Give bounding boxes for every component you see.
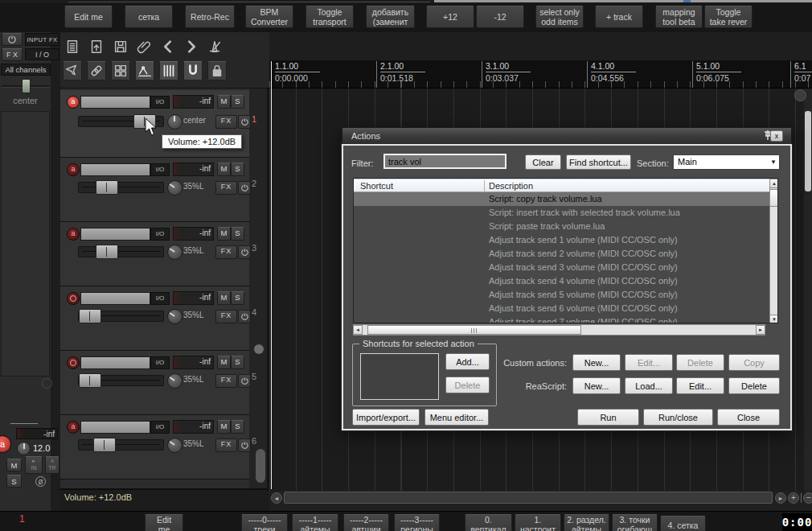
solo-button[interactable]: S (231, 420, 244, 434)
save-project-button[interactable] (111, 37, 130, 56)
record-arm-button[interactable]: a (67, 163, 80, 176)
run-close-button[interactable]: Run/close (643, 409, 713, 426)
close-button[interactable]: Close (717, 409, 780, 426)
section-dropdown[interactable]: Main ▼ (673, 154, 780, 170)
bottom-button-2-razdel[interactable]: 2. раздел. айтемы (564, 514, 609, 531)
record-arm-button[interactable] (67, 292, 80, 305)
edit-cursor[interactable] (271, 61, 272, 489)
action-row[interactable]: Script: insert track with selected track… (354, 206, 769, 220)
action-row[interactable]: Adjust track send 6 volume (MIDI CC/OSC … (354, 302, 769, 315)
bottom-button-edit-me[interactable]: Edit me (145, 514, 183, 531)
attach-button[interactable] (135, 37, 154, 56)
column-shortcut[interactable]: Shortcut (360, 181, 393, 191)
toolbar-button-retro-rec[interactable]: Retro-Rec (185, 6, 235, 28)
fx-button[interactable]: FX (215, 310, 237, 323)
pan-knob[interactable] (167, 114, 182, 130)
toolbar-button-plus12[interactable]: +12 (426, 6, 474, 28)
delete-shortcut-button[interactable]: Delete (445, 377, 490, 393)
fx-bypass-button[interactable] (238, 310, 251, 323)
track-volume-value[interactable]: -inf (173, 163, 214, 176)
action-list[interactable]: Shortcut Description Script: copy track … (353, 178, 778, 323)
toolbar-button-setka[interactable]: сетка (125, 6, 173, 28)
fx-button[interactable]: FX (215, 374, 237, 388)
solo-button[interactable]: S (231, 291, 244, 305)
action-row[interactable]: Adjust track send 7 volume (MIDI CC/OSC … (354, 315, 769, 323)
clear-button[interactable]: Clear (525, 154, 561, 170)
track-name-field[interactable] (80, 292, 150, 305)
tcp-strip-scroll-thumb[interactable] (256, 449, 265, 483)
track-volume-value[interactable]: -inf (173, 95, 214, 109)
filter-input[interactable] (383, 154, 506, 169)
reascript-delete-button[interactable]: Delete (728, 377, 780, 394)
solo-button[interactable]: S (231, 163, 244, 176)
scroll-right-button[interactable]: ► (775, 492, 786, 504)
tcp-strip-dot[interactable] (254, 344, 264, 354)
mute-button[interactable]: M (217, 356, 231, 369)
track-name-field[interactable] (80, 163, 150, 176)
add-shortcut-button[interactable]: Add... (445, 353, 490, 370)
input-fx-power-button[interactable] (2, 33, 23, 46)
reascript-new-button[interactable]: New... (572, 377, 621, 394)
toolbar-button-mapping-tool[interactable]: mapping tool beta (655, 6, 703, 28)
all-channels-button[interactable]: All channels (1, 64, 51, 76)
master-io-button[interactable]: I / O (25, 48, 59, 60)
track-name-field[interactable] (80, 421, 150, 434)
fader-thumb[interactable] (79, 373, 101, 388)
track-io-button[interactable]: I/O (150, 292, 170, 305)
bottom-button-3-regiony[interactable]: -----3----- регионы (394, 514, 440, 531)
scroll-left-button[interactable]: ◄ (271, 492, 282, 504)
fx-bypass-button[interactable] (238, 115, 251, 129)
volume-fader[interactable] (78, 375, 164, 386)
pan-knob[interactable] (167, 245, 182, 260)
fader-thumb[interactable] (96, 180, 118, 195)
grid-button[interactable] (159, 61, 178, 80)
volume-fader[interactable] (78, 182, 164, 193)
fx-bypass-button[interactable] (238, 374, 251, 388)
menu-editor-button[interactable]: Menu editor... (424, 409, 489, 426)
find-shortcut-button[interactable]: Find shortcut... (566, 154, 631, 170)
bottom-button-4-setka[interactable]: 4. сетка (660, 516, 706, 531)
link-button[interactable] (87, 61, 106, 80)
arrange-hscroll-track[interactable] (284, 492, 773, 504)
action-row[interactable]: Script: copy track volume.lua (354, 192, 769, 206)
track-name-field[interactable] (80, 356, 150, 369)
toolbar-button-toggle-take[interactable]: Toggle take rever (704, 6, 753, 28)
dialog-titlebar[interactable]: Actions (342, 127, 792, 144)
mute-button[interactable]: M (217, 291, 231, 305)
timeline-ruler[interactable]: 1.1.000:00.000 2.1.000:01.518 3.1.000:03… (269, 60, 812, 88)
list-vscroll-thumb[interactable] (769, 189, 778, 207)
track-io-button[interactable]: I/O (150, 228, 170, 241)
envelope-points-button[interactable] (135, 61, 154, 80)
import-export-button[interactable]: Import/export... (352, 409, 420, 426)
mixer-phase-button[interactable]: ø (35, 476, 46, 487)
metronome-button[interactable] (205, 37, 224, 56)
custom-new-button[interactable]: New... (572, 354, 621, 371)
mixer-volume-value[interactable]: -inf (16, 428, 58, 439)
open-project-button[interactable] (87, 37, 106, 56)
column-description[interactable]: Description (489, 181, 533, 191)
scroll-up-button[interactable]: ▲ (769, 179, 778, 188)
mute-button[interactable]: M (217, 163, 231, 176)
envelope-filter-button[interactable] (63, 61, 82, 80)
track-volume-value[interactable]: -inf (173, 356, 214, 369)
bottom-button-3-tochki[interactable]: 3. точки огибающ (612, 514, 658, 531)
toolbar-button-minus12[interactable]: -12 (476, 6, 524, 28)
fader-thumb[interactable] (93, 438, 116, 452)
mute-button[interactable]: M (217, 420, 231, 434)
volume-fader[interactable] (78, 311, 164, 322)
track-io-button[interactable]: I/O (150, 96, 170, 109)
custom-delete-button[interactable]: Delete (676, 354, 724, 371)
record-arm-button[interactable] (67, 356, 80, 369)
mixer-pan-knob[interactable] (17, 442, 31, 455)
fx-bypass-button[interactable] (238, 245, 251, 259)
zoom-out-button[interactable]: − (803, 492, 812, 504)
volume-fader[interactable] (78, 439, 164, 451)
scroll-top-button[interactable] (794, 89, 806, 101)
scroll-down-button[interactable]: ▼ (769, 315, 778, 323)
scroll-left-button[interactable]: ◄ (353, 325, 363, 335)
toolbar-button-add-track[interactable]: + track (595, 6, 643, 28)
bottom-button-2-avtshii[interactable]: -----2----- автшии (343, 514, 389, 531)
mixer-solo-button[interactable]: S (6, 475, 22, 488)
record-arm-button[interactable]: a (67, 228, 80, 241)
track-volume-value[interactable]: -inf (173, 291, 214, 305)
